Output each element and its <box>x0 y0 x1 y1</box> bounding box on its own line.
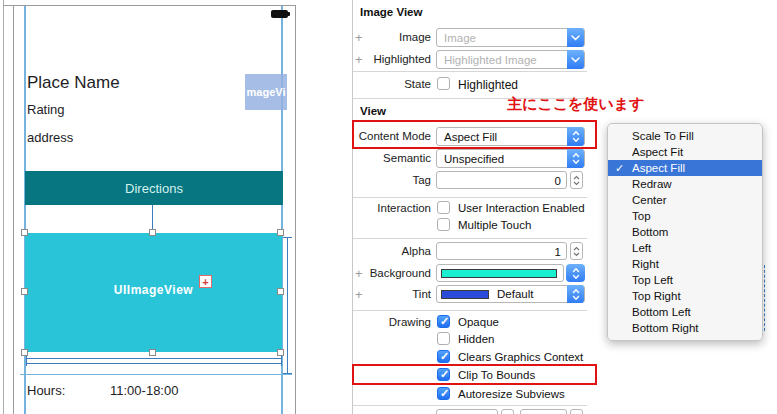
resize-handle[interactable] <box>149 229 156 236</box>
resize-handle[interactable] <box>21 349 28 356</box>
autoresize-subviews-label: Autoresize Subviews <box>458 388 565 400</box>
tint-value: Default <box>497 288 533 300</box>
alpha-stepper[interactable] <box>570 242 583 260</box>
alpha-label: Alpha <box>352 245 431 257</box>
battery-nub-icon <box>288 12 290 16</box>
check-icon: ✓ <box>440 350 449 363</box>
menu-item-top-left[interactable]: Top Left <box>608 272 762 288</box>
directions-button-label: Directions <box>125 181 183 196</box>
multiple-touch-label: Multiple Touch <box>458 219 531 231</box>
clip-to-bounds-highlight-box <box>352 364 597 385</box>
highlighted-combobox-placeholder: Highlighted Image <box>444 54 537 66</box>
canvas-frame-left <box>13 5 14 414</box>
highlighted-combobox[interactable]: Highlighted Image <box>436 50 585 69</box>
menu-item-aspect-fill[interactable]: ✓ Aspect Fill <box>608 160 762 176</box>
user-interaction-checkbox[interactable] <box>437 201 450 214</box>
tag-value: 0 <box>555 175 561 187</box>
image-row-label: Image <box>352 31 431 43</box>
opaque-checkbox[interactable]: ✓ <box>437 315 450 328</box>
menu-item-bottom-right[interactable]: Bottom Right <box>608 320 762 336</box>
xcode-interface-builder: Place Name Rating address mageVi Directi… <box>0 0 777 414</box>
plus-icon: + <box>202 277 208 287</box>
menu-item-redraw[interactable]: Redraw <box>608 176 762 192</box>
tint-color-swatch <box>441 290 489 299</box>
menu-item-scale-to-fill[interactable]: Scale To Fill <box>608 128 762 144</box>
chevron-up-down-icon <box>567 285 584 303</box>
separator <box>353 238 587 239</box>
chevron-up-down-icon <box>572 267 580 280</box>
menu-item-top[interactable]: Top <box>608 208 762 224</box>
hidden-checkbox[interactable] <box>437 332 450 345</box>
chevron-down-icon <box>567 50 584 69</box>
highlighted-row-label: Highlighted <box>352 53 431 65</box>
tag-stepper[interactable] <box>570 171 583 189</box>
resize-handle[interactable] <box>277 288 284 295</box>
hidden-label: Hidden <box>458 333 494 345</box>
state-row-label: State <box>352 78 431 90</box>
clipped-stepper[interactable] <box>501 409 514 414</box>
stepper-arrows-icon <box>573 175 580 186</box>
tag-field[interactable]: 0 <box>436 171 567 189</box>
image-combobox[interactable]: Image <box>436 28 585 47</box>
canvas-frame-top <box>3 5 295 6</box>
place-name-label: Place Name <box>27 73 120 93</box>
user-interaction-label: User Interaction Enabled <box>458 202 585 214</box>
check-icon: ✓ <box>440 315 449 328</box>
add-missing-constraints-badge[interactable]: + <box>199 275 212 288</box>
resize-handle[interactable] <box>277 229 284 236</box>
state-highlighted-checkbox[interactable] <box>437 77 450 90</box>
clipped-field[interactable] <box>520 409 567 414</box>
autoresize-subviews-checkbox[interactable]: ✓ <box>437 387 450 400</box>
multiple-touch-checkbox[interactable] <box>437 218 450 231</box>
baseline-guide <box>20 374 292 375</box>
clears-graphics-context-checkbox[interactable]: ✓ <box>437 350 450 363</box>
menu-item-center[interactable]: Center <box>608 192 762 208</box>
width-constraint-bar <box>26 358 281 359</box>
resize-handle[interactable] <box>277 349 284 356</box>
semantic-label: Semantic <box>352 152 431 164</box>
clipped-stepper[interactable] <box>570 409 583 414</box>
chevron-up-down-icon <box>567 149 584 168</box>
constraint-tick <box>283 237 292 238</box>
image-view-section-title: Image View <box>360 6 422 18</box>
tint-popup[interactable]: Default <box>436 285 585 303</box>
address-label: address <box>27 130 73 145</box>
small-imageview[interactable]: mageVi <box>245 74 287 110</box>
clears-graphics-context-label: Clears Graphics Context <box>458 351 583 363</box>
semantic-value: Unspecified <box>444 153 504 165</box>
interaction-label: Interaction <box>352 202 431 214</box>
chevron-down-icon <box>567 28 584 47</box>
check-icon: ✓ <box>440 387 449 400</box>
menu-item-left[interactable]: Left <box>608 240 762 256</box>
menu-item-bottom[interactable]: Bottom <box>608 224 762 240</box>
canvas-frame-left-outer <box>3 0 4 414</box>
background-color-swatch <box>441 269 557 278</box>
directions-button[interactable]: Directions <box>25 171 283 205</box>
stepper-arrows-icon <box>573 246 580 257</box>
clipped-field[interactable] <box>436 409 498 414</box>
canvas-frame-right <box>295 5 296 414</box>
spacing-constraint-line <box>152 205 153 230</box>
dashed-constraint-line <box>764 265 765 331</box>
battery-icon <box>271 10 288 18</box>
resize-handle[interactable] <box>21 288 28 295</box>
resize-handle[interactable] <box>149 349 156 356</box>
alpha-value: 1 <box>555 246 561 258</box>
opaque-label: Opaque <box>458 316 499 328</box>
uiimageview[interactable]: UIImageView + <box>25 233 282 352</box>
menu-item-bottom-left[interactable]: Bottom Left <box>608 304 762 320</box>
hours-label: Hours: <box>27 383 65 398</box>
resize-handle[interactable] <box>21 229 28 236</box>
alpha-field[interactable]: 1 <box>436 242 567 260</box>
menu-item-right[interactable]: Right <box>608 256 762 272</box>
drawing-label: Drawing <box>352 316 431 328</box>
background-color-well[interactable] <box>436 264 564 282</box>
constraint-tick <box>281 356 282 366</box>
background-popup-button[interactable] <box>566 264 585 282</box>
rating-label: Rating <box>27 102 65 117</box>
menu-item-top-right[interactable]: Top Right <box>608 288 762 304</box>
menu-item-aspect-fit[interactable]: Aspect Fit <box>608 144 762 160</box>
semantic-popup[interactable]: Unspecified <box>436 149 585 168</box>
state-highlighted-label: Highlighted <box>458 78 518 92</box>
uiimageview-label: UIImageView <box>25 283 282 297</box>
